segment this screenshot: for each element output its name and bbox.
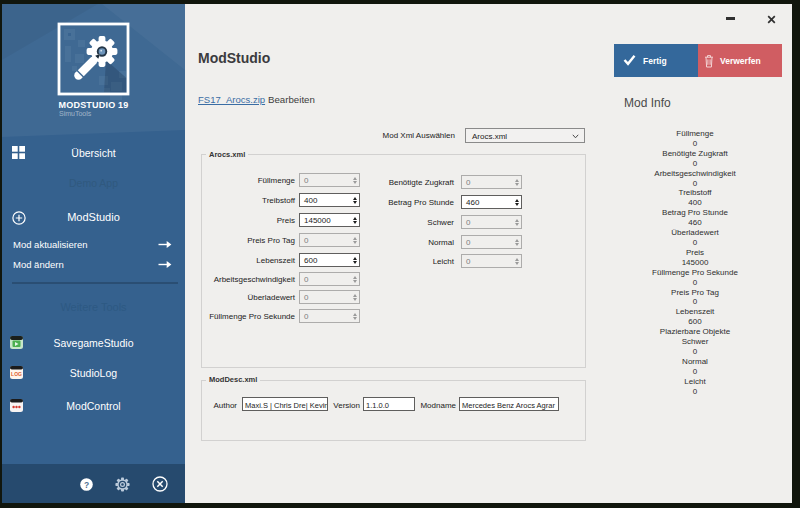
- svg-text:?: ?: [84, 479, 89, 489]
